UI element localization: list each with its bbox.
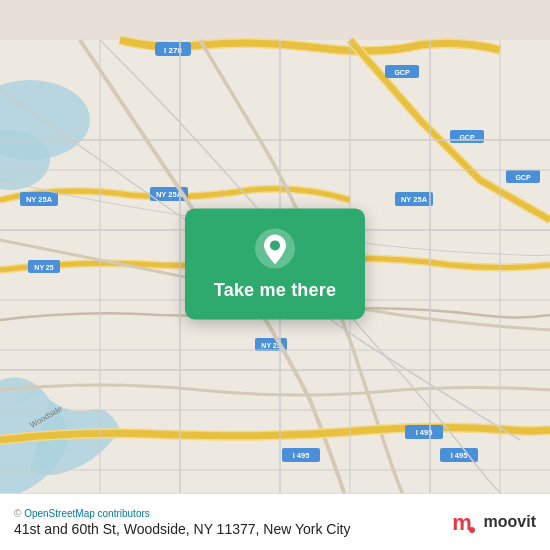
address-block: © OpenStreetMap contributors 41st and 60… (14, 508, 350, 537)
svg-text:NY 25A: NY 25A (26, 195, 53, 204)
osm-copyright: © (14, 508, 21, 519)
svg-text:GCP: GCP (394, 69, 410, 76)
osm-link[interactable]: OpenStreetMap contributors (24, 508, 150, 519)
svg-text:I 495: I 495 (293, 451, 310, 460)
location-pin-icon (253, 226, 297, 270)
address-text: 41st and 60th St, Woodside, NY 11377, Ne… (14, 521, 350, 537)
map-container: I 278 GCP GCP GCP NY 25A NY 25A NY 25A N… (0, 0, 550, 550)
svg-text:I 495: I 495 (451, 451, 468, 460)
action-card: Take me there (185, 208, 365, 319)
svg-text:m: m (452, 510, 472, 535)
svg-point-49 (469, 527, 475, 533)
svg-text:NY 25: NY 25 (34, 264, 53, 271)
svg-text:NY 25A: NY 25A (401, 195, 428, 204)
moovit-icon: m (444, 504, 480, 540)
moovit-logo: m moovit (444, 504, 536, 540)
svg-point-46 (270, 240, 280, 250)
attribution: © OpenStreetMap contributors (14, 508, 350, 519)
moovit-brand-text: moovit (484, 513, 536, 531)
take-me-there-button[interactable]: Take me there (214, 280, 336, 301)
svg-text:GCP: GCP (515, 174, 531, 181)
bottom-bar: © OpenStreetMap contributors 41st and 60… (0, 493, 550, 550)
